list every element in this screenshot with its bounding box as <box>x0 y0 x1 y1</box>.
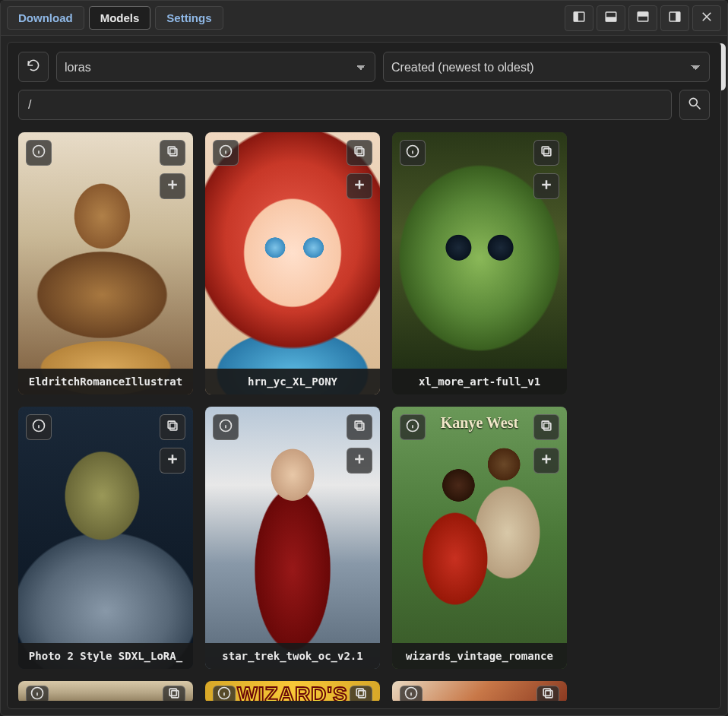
dock-left-button[interactable] <box>565 5 593 31</box>
plus-icon <box>352 451 367 470</box>
model-grid-scroll[interactable]: EldritchRomanceIllustrat hrn_yc_XL_PONY <box>18 132 716 701</box>
svg-rect-7 <box>676 12 680 21</box>
model-card[interactable]: Kanye West wizards_vintage_romance <box>392 407 567 669</box>
close-button[interactable] <box>692 5 721 31</box>
plus-icon <box>539 451 554 470</box>
model-card[interactable]: EldritchRomanceIllustrat <box>18 132 193 394</box>
model-thumbnail <box>18 132 193 394</box>
copy-icon <box>539 418 554 436</box>
plus-icon <box>165 177 180 195</box>
model-label: hrn_yc_XL_PONY <box>205 369 380 394</box>
model-card[interactable]: hrn_yc_XL_PONY <box>205 132 380 394</box>
info-button[interactable] <box>26 686 49 701</box>
model-manager-window: Download Models Settings <box>0 0 728 716</box>
search-button[interactable] <box>679 90 710 120</box>
info-button[interactable] <box>213 140 239 166</box>
window-layout-buttons <box>565 5 721 31</box>
copy-button[interactable] <box>347 414 372 440</box>
svg-rect-26 <box>542 421 549 428</box>
svg-rect-19 <box>170 423 177 430</box>
copy-icon <box>353 686 369 701</box>
info-button[interactable] <box>400 686 423 701</box>
svg-rect-10 <box>170 149 177 156</box>
model-card[interactable]: star_trek_twok_oc_v2.1 <box>205 407 380 669</box>
model-thumbnail <box>392 132 567 394</box>
copy-button[interactable] <box>533 140 559 166</box>
info-button[interactable] <box>400 140 426 166</box>
info-icon <box>217 686 232 701</box>
copy-button[interactable] <box>533 414 559 440</box>
dock-right-icon <box>668 10 682 27</box>
info-button[interactable] <box>400 414 426 440</box>
model-card[interactable]: Photo 2 Style SDXL_LoRA_ <box>18 407 193 669</box>
add-button[interactable] <box>533 173 559 199</box>
model-thumbnail <box>205 132 380 394</box>
model-label: star_trek_twok_oc_v2.1 <box>205 643 380 669</box>
model-card[interactable] <box>392 681 567 701</box>
info-icon <box>404 686 419 701</box>
model-card[interactable]: xl_more_art-full_v1 <box>392 132 567 394</box>
svg-rect-23 <box>355 421 362 428</box>
search-input[interactable] <box>18 90 672 120</box>
tab-settings[interactable]: Settings <box>155 6 223 30</box>
info-icon <box>31 144 46 162</box>
model-grid: EldritchRomanceIllustrat hrn_yc_XL_PONY <box>18 132 716 701</box>
copy-button[interactable] <box>160 414 185 440</box>
model-card[interactable] <box>205 681 380 701</box>
add-button[interactable] <box>160 173 185 199</box>
copy-icon <box>165 418 180 436</box>
copy-icon <box>352 144 367 162</box>
dock-top-button[interactable] <box>628 5 657 31</box>
model-thumbnail <box>18 407 193 669</box>
search-icon <box>687 96 702 114</box>
add-button[interactable] <box>160 448 185 474</box>
info-button[interactable] <box>213 686 236 701</box>
copy-icon <box>352 418 367 436</box>
content-panel: loras Created (newest to oldest) <box>7 42 721 709</box>
copy-button[interactable] <box>350 686 372 701</box>
search-row <box>18 90 710 120</box>
svg-rect-5 <box>638 12 648 16</box>
add-button[interactable] <box>533 448 559 474</box>
filter-row: loras Created (newest to oldest) <box>18 52 710 82</box>
model-card[interactable] <box>18 681 193 701</box>
sort-select[interactable]: Created (newest to oldest) <box>383 52 710 82</box>
svg-rect-3 <box>606 17 616 21</box>
close-icon <box>700 10 714 27</box>
copy-button[interactable] <box>160 140 185 166</box>
svg-point-8 <box>689 98 697 106</box>
svg-rect-13 <box>357 149 364 156</box>
info-icon <box>218 144 233 162</box>
copy-icon <box>166 686 182 701</box>
plus-icon <box>539 177 554 195</box>
dock-top-icon <box>636 10 650 27</box>
info-button[interactable] <box>26 140 52 166</box>
model-type-select[interactable]: loras <box>56 52 375 82</box>
svg-rect-16 <box>544 149 551 156</box>
dock-left-icon <box>572 10 586 27</box>
copy-icon <box>540 686 555 701</box>
copy-button[interactable] <box>537 686 559 701</box>
svg-rect-31 <box>359 691 366 698</box>
svg-rect-14 <box>355 147 362 154</box>
add-button[interactable] <box>347 448 372 474</box>
tab-strip: Download Models Settings <box>7 6 223 30</box>
svg-rect-22 <box>357 423 364 430</box>
copy-button[interactable] <box>163 686 185 701</box>
info-button[interactable] <box>26 414 52 440</box>
refresh-button[interactable] <box>18 52 49 82</box>
add-button[interactable] <box>347 173 372 199</box>
copy-button[interactable] <box>347 140 372 166</box>
dock-right-button[interactable] <box>660 5 689 31</box>
svg-rect-1 <box>574 12 578 21</box>
model-label: xl_more_art-full_v1 <box>392 369 567 394</box>
model-label: wizards_vintage_romance <box>392 643 567 669</box>
model-thumbnail: Kanye West <box>392 407 567 669</box>
info-icon <box>218 418 233 436</box>
dock-bottom-button[interactable] <box>597 5 625 31</box>
model-thumbnail <box>205 407 380 669</box>
info-icon <box>31 418 46 436</box>
tab-models[interactable]: Models <box>89 6 151 30</box>
info-button[interactable] <box>213 414 239 440</box>
tab-download[interactable]: Download <box>7 6 84 30</box>
